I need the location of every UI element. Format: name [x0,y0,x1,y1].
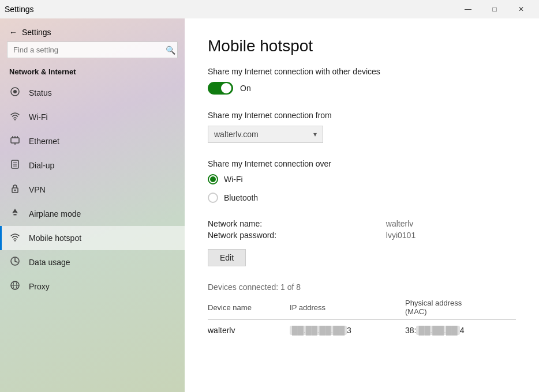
app-body: ← Settings 🔍 Network & Internet Status [0,18,539,392]
minimize-button[interactable]: — [455,0,481,18]
mac-blurred: ██.██.██ [416,326,459,335]
svg-point-14 [14,240,16,241]
ethernet-icon [9,135,21,148]
radio-group: Wi-Fi Bluetooth [208,174,516,203]
title-bar-controls: — □ ✕ [455,0,534,18]
share-over-label: Share my Internet connection over [208,159,516,168]
datausage-icon [9,256,21,269]
status-icon [9,86,21,99]
sidebar-item-proxy[interactable]: Proxy [0,274,185,299]
sidebar-item-vpn[interactable]: VPN [0,178,185,202]
share-from-value: walterlv.com [214,130,259,139]
col-mac-address: Physical address(MAC) [405,299,516,320]
col-ip-address: IP address [290,299,405,320]
sidebar-item-label-datausage: Data usage [29,258,70,267]
dialup-icon [9,159,21,172]
svg-point-13 [14,190,16,191]
device-table-body: walterlv ██.██.██.██3 38:██.██.██4 [208,320,516,341]
sidebar-item-label-wifi: Wi-Fi [29,112,48,122]
share-from-dropdown[interactable]: walterlv.com ▾ [208,126,323,143]
devices-section: Devices connected: 1 of 8 Device name IP… [208,282,516,341]
share-over-section: Share my Internet connection over Wi-Fi … [208,159,516,203]
share-from-label: Share my Internet connection from [208,111,516,120]
sidebar-item-dialup[interactable]: Dial-up [0,153,185,178]
sidebar-item-label-dialup: Dial-up [29,161,54,170]
network-password-label: Network password: [208,231,377,240]
svg-point-2 [14,119,16,120]
sidebar-item-label-ethernet: Ethernet [29,137,59,146]
devices-connected-row: Devices connected: 1 of 8 [208,282,516,292]
sidebar-item-ethernet[interactable]: Ethernet [0,129,185,153]
sidebar-item-label-vpn: VPN [29,185,46,194]
title-bar-left: Settings [5,5,34,14]
radio-bluetooth-label: Bluetooth [224,193,258,202]
airplane-icon [9,208,21,220]
radio-bluetooth[interactable]: Bluetooth [208,193,516,203]
svg-point-1 [13,90,17,93]
network-info-grid: Network name: walterlv Network password:… [208,219,516,240]
back-label: Settings [22,28,51,37]
col-device-name: Device name [208,299,290,320]
radio-wifi-label: Wi-Fi [224,175,243,184]
table-row: walterlv ██.██.██.██3 38:██.██.██4 [208,320,516,341]
toggle-row: On [208,82,516,95]
edit-button[interactable]: Edit [208,249,246,266]
device-table: Device name IP address Physical address(… [208,299,516,341]
maximize-button[interactable]: □ [481,0,508,18]
sidebar-item-label-proxy: Proxy [29,282,50,291]
device-table-header: Device name IP address Physical address(… [208,299,516,320]
sidebar-item-airplane[interactable]: Airplane mode [0,202,185,226]
sidebar-search: 🔍 [7,42,178,58]
dropdown-arrow-icon: ▾ [313,130,317,138]
search-icon-button[interactable]: 🔍 [166,46,175,55]
network-info-section: Network name: walterlv Network password:… [208,219,516,266]
hotspot-toggle[interactable] [208,82,233,95]
sidebar-item-status[interactable]: Status [0,81,185,105]
title-bar-title: Settings [5,5,34,14]
svg-rect-3 [11,138,19,143]
devices-connected-label: Devices connected: [208,282,278,292]
close-button[interactable]: ✕ [508,0,534,18]
vpn-icon [9,183,21,196]
radio-circle-wifi [208,174,218,184]
sidebar-item-datausage[interactable]: Data usage [0,250,185,274]
sidebar-item-label-status: Status [29,88,52,97]
radio-wifi[interactable]: Wi-Fi [208,174,516,184]
share-connection-label: Share my Internet connection with other … [208,67,516,76]
device-ip-cell: ██.██.██.██3 [290,320,405,341]
title-bar: Settings — □ ✕ [0,0,539,18]
sidebar-item-label-airplane: Airplane mode [29,209,81,218]
back-icon: ← [9,28,17,37]
content-pane: Mobile hotspot Share my Internet connect… [185,18,539,392]
back-button[interactable]: ← Settings [0,18,185,42]
ip-blurred: ██.██.██.██ [290,326,347,335]
toggle-knob [221,83,231,93]
network-name-label: Network name: [208,219,377,228]
share-from-section: Share my Internet connection from walter… [208,111,516,143]
device-mac-cell: 38:██.██.██4 [405,320,516,341]
device-name-cell: walterlv [208,320,290,341]
sidebar-section-title: Network & Internet [0,65,185,81]
sidebar-item-label-hotspot: Mobile hotspot [29,233,81,243]
devices-connected-value: 1 of 8 [280,282,301,292]
radio-circle-bluetooth [208,193,218,203]
toggle-state-label: On [240,84,251,93]
proxy-icon [9,280,21,293]
sidebar: ← Settings 🔍 Network & Internet Status [0,18,185,392]
share-connection-section: Share my Internet connection with other … [208,67,516,95]
radio-dot-wifi [210,176,216,182]
hotspot-icon [9,232,21,244]
sidebar-item-wifi[interactable]: Wi-Fi [0,105,185,129]
network-name-value: walterlv [386,219,516,228]
sidebar-item-hotspot[interactable]: Mobile hotspot [0,226,185,250]
page-title: Mobile hotspot [208,37,516,55]
wifi-icon [9,111,21,123]
network-password-value: lvyi0101 [386,231,516,240]
search-input[interactable] [7,42,178,58]
